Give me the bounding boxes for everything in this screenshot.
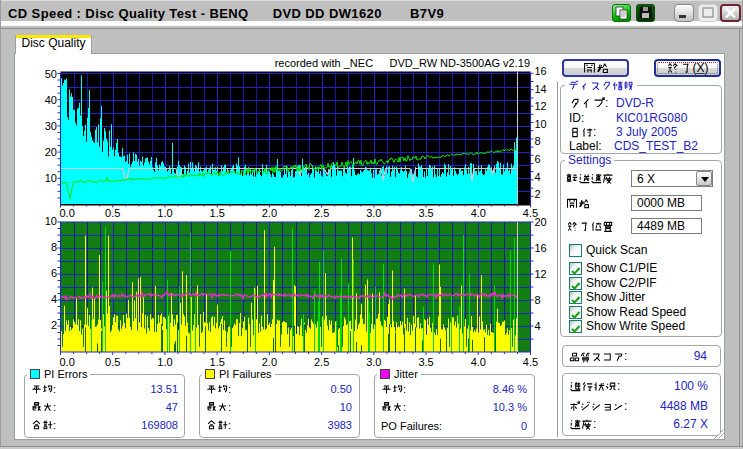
svg-text:0.5: 0.5	[105, 356, 120, 368]
svg-text:recorded with _NEC DVD_RW ND-: recorded with _NEC DVD_RW ND-3500AG v2.1…	[275, 57, 530, 69]
svg-text:16: 16	[535, 242, 547, 254]
svg-text:30: 30	[45, 120, 57, 132]
svg-text:16: 16	[535, 65, 547, 77]
svg-text:0.5: 0.5	[105, 207, 120, 219]
svg-text:3.0: 3.0	[366, 207, 381, 219]
svg-text:8: 8	[535, 294, 541, 306]
svg-text:1.0: 1.0	[157, 207, 172, 219]
svg-text:0.0: 0.0	[60, 356, 75, 368]
svg-text:50: 50	[45, 68, 57, 80]
svg-text:10: 10	[45, 172, 57, 184]
svg-text:10: 10	[535, 118, 547, 130]
svg-text:3.5: 3.5	[418, 207, 433, 219]
svg-text:1.5: 1.5	[210, 207, 225, 219]
svg-text:4: 4	[51, 293, 57, 305]
svg-text:12: 12	[535, 100, 547, 112]
svg-text:3.0: 3.0	[366, 356, 381, 368]
svg-text:2: 2	[535, 188, 541, 200]
svg-text:4.0: 4.0	[471, 207, 486, 219]
svg-text:12: 12	[535, 268, 547, 280]
svg-text:8: 8	[535, 135, 541, 147]
svg-text:6: 6	[51, 267, 57, 279]
svg-text:2.5: 2.5	[314, 207, 329, 219]
svg-text:8: 8	[51, 241, 57, 253]
svg-text:4.5: 4.5	[523, 356, 538, 368]
svg-text:2.0: 2.0	[262, 207, 277, 219]
svg-text:1.5: 1.5	[210, 356, 225, 368]
svg-text:20: 20	[45, 146, 57, 158]
svg-text:40: 40	[45, 94, 57, 106]
svg-text:2: 2	[51, 319, 57, 331]
svg-text:3.5: 3.5	[418, 356, 433, 368]
svg-text:4.0: 4.0	[471, 356, 486, 368]
svg-text:4.5: 4.5	[523, 207, 538, 219]
svg-text:10: 10	[45, 215, 57, 227]
svg-text:4: 4	[535, 171, 541, 183]
svg-text:2.0: 2.0	[262, 356, 277, 368]
svg-text:6: 6	[535, 153, 541, 165]
svg-text:1.0: 1.0	[157, 356, 172, 368]
svg-text:14: 14	[535, 83, 547, 95]
svg-text:2.5: 2.5	[314, 356, 329, 368]
svg-text:4: 4	[535, 320, 541, 332]
svg-text:0.0: 0.0	[60, 207, 75, 219]
